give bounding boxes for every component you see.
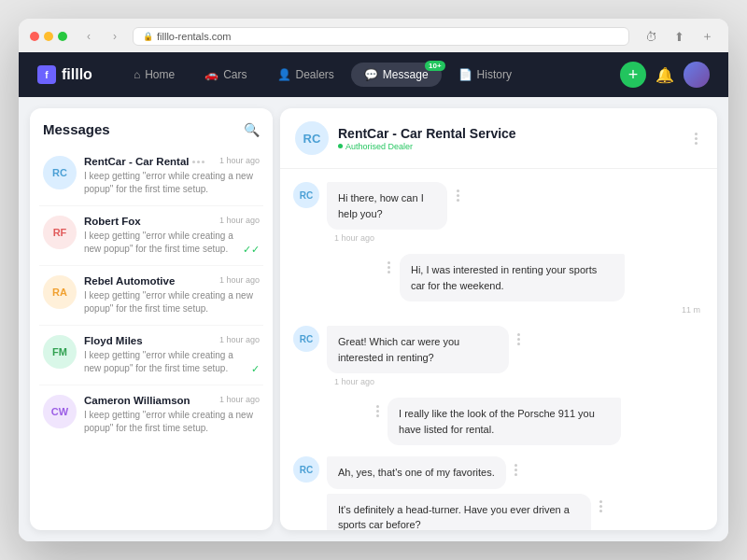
- share-icon[interactable]: ⬆: [669, 26, 689, 47]
- avatar: RC: [43, 156, 77, 189]
- sender-avatar: RC: [293, 456, 319, 483]
- messages-panel: Messages 🔍 RC RentCar - Car Rental: [30, 108, 273, 530]
- messages-header: Messages 🔍: [30, 108, 273, 147]
- message-time: 1 hour ago: [219, 216, 260, 225]
- avatar: RF: [43, 216, 77, 249]
- nav-label-home: Home: [145, 68, 175, 81]
- app-nav: f filllo ⌂ Home 🚗 Cars 👤 Dealers 💬 Messa…: [19, 52, 728, 97]
- list-item[interactable]: RA Rebel Automotive 1 hour ago I keep ge…: [39, 266, 263, 326]
- plus-icon: +: [628, 65, 639, 85]
- message-time: 1 hour ago: [219, 395, 260, 404]
- maximize-button[interactable]: [58, 32, 67, 41]
- list-item[interactable]: CW Cameron Williamson 1 hour ago I keep …: [39, 385, 263, 444]
- dealers-icon: 👤: [277, 68, 291, 81]
- message-preview: I keep getting "error while creating a n…: [84, 409, 260, 435]
- message-options[interactable]: [510, 456, 523, 483]
- contact-name: RentCar - Car Rental: [84, 156, 189, 167]
- message-content: Floyd Miles 1 hour ago I keep getting "e…: [84, 335, 260, 375]
- message-time: 1 hour ago: [293, 233, 704, 243]
- message-group-2: Hi, I was interested in renting your spo…: [293, 254, 704, 315]
- nav-item-history[interactable]: 📄 History: [445, 63, 525, 87]
- message-group-1: RC Hi there, how can I help you? 1 hour …: [293, 182, 704, 243]
- message-content: Cameron Williamson 1 hour ago I keep get…: [84, 395, 260, 435]
- search-icon[interactable]: 🔍: [244, 122, 260, 137]
- message-options[interactable]: [595, 494, 608, 520]
- chat-message-row: I really like the look of the Porsche 91…: [293, 398, 704, 445]
- back-button[interactable]: ‹: [78, 26, 99, 47]
- options-dots: [192, 161, 204, 163]
- browser-navigation: ‹ ›: [78, 26, 125, 47]
- chat-bubble: Great! Which car were you interested in …: [327, 326, 509, 373]
- user-avatar[interactable]: [684, 62, 710, 88]
- nav-item-cars[interactable]: 🚗 Cars: [191, 63, 260, 87]
- message-options[interactable]: [371, 398, 384, 424]
- avatar: FM: [43, 335, 77, 369]
- url-text: filllo-rentals.com: [157, 31, 231, 42]
- address-bar[interactable]: 🔒 filllo-rentals.com: [133, 27, 629, 46]
- chat-bubble: I really like the look of the Porsche 91…: [388, 398, 621, 445]
- message-time: 11 m: [680, 305, 704, 315]
- chat-message-row: RC Great! Which car were you interested …: [293, 326, 704, 373]
- contact-name: Floyd Miles: [84, 335, 143, 346]
- close-button[interactable]: [30, 32, 39, 41]
- forward-button[interactable]: ›: [105, 26, 125, 47]
- chat-bubble: Hi there, how can I help you?: [327, 182, 447, 230]
- message-group-3: RC Great! Which car were you interested …: [293, 326, 704, 386]
- badge-dot: [338, 144, 343, 148]
- message-icon: 💬: [364, 68, 378, 81]
- badge-label: Authorised Dealer: [345, 142, 413, 151]
- message-preview: I keep getting "error while creating a n…: [84, 230, 239, 256]
- message-time: 1 hour ago: [219, 335, 260, 344]
- message-preview: I keep getting "error while creating a n…: [84, 289, 260, 315]
- sender-avatar: RC: [293, 182, 319, 208]
- chat-panel: RC RentCar - Car Rental Service Authoris…: [280, 108, 717, 530]
- nav-item-message[interactable]: 💬 Message 10+: [351, 63, 442, 87]
- avatar: CW: [43, 395, 77, 428]
- minimize-button[interactable]: [44, 32, 53, 41]
- nav-right: + 🔔: [620, 62, 710, 88]
- nav-label-history: History: [477, 68, 512, 81]
- nav-label-message: Message: [383, 68, 429, 81]
- message-time: 1 hour ago: [219, 156, 260, 165]
- browser-chrome: ‹ › 🔒 filllo-rentals.com ⏱ ⬆ ＋: [19, 19, 728, 52]
- message-options[interactable]: [513, 326, 526, 352]
- chat-badge: Authorised Dealer: [338, 142, 680, 151]
- chat-message-row: RC Ah, yes, that's one of my favorites. …: [293, 456, 704, 530]
- message-content: RentCar - Car Rental 1 hour ago I keep g…: [84, 156, 260, 196]
- sender-avatar: RC: [293, 326, 319, 352]
- nav-label-dealers: Dealers: [296, 68, 334, 81]
- history-icon: 📄: [458, 68, 472, 81]
- message-preview: I keep getting "error while creating a n…: [84, 170, 260, 196]
- nav-item-dealers[interactable]: 👤 Dealers: [264, 63, 347, 87]
- main-content: Messages 🔍 RC RentCar - Car Rental: [19, 97, 728, 541]
- traffic-lights: [30, 32, 67, 41]
- list-item[interactable]: RC RentCar - Car Rental 1 hour ago: [39, 147, 263, 206]
- message-group-5: RC Ah, yes, that's one of my favorites. …: [293, 456, 704, 530]
- time-icon[interactable]: ⏱: [641, 26, 661, 47]
- app-logo[interactable]: f filllo: [37, 65, 92, 84]
- message-list: RC RentCar - Car Rental 1 hour ago: [30, 147, 273, 530]
- message-options[interactable]: [451, 182, 464, 208]
- chat-header: RC RentCar - Car Rental Service Authoris…: [280, 108, 717, 169]
- message-options[interactable]: [383, 254, 396, 280]
- new-tab-icon[interactable]: ＋: [697, 26, 717, 47]
- logo-icon: f: [37, 65, 56, 84]
- nav-label-cars: Cars: [223, 68, 247, 81]
- list-item[interactable]: RF Robert Fox 1 hour ago I keep getting …: [39, 206, 263, 266]
- message-time: 1 hour ago: [293, 377, 704, 386]
- messages-title: Messages: [43, 121, 110, 137]
- chat-bubble: Ah, yes, that's one of my favorites.: [327, 456, 506, 489]
- add-button[interactable]: +: [620, 62, 646, 88]
- app-name: filllo: [62, 66, 92, 83]
- chat-options-button[interactable]: [689, 125, 702, 151]
- message-content: Robert Fox 1 hour ago I keep getting "er…: [84, 216, 260, 256]
- nav-item-home[interactable]: ⌂ Home: [120, 63, 188, 87]
- message-content: Rebel Automotive 1 hour ago I keep getti…: [84, 275, 260, 315]
- chat-contact-name: RentCar - Car Rental Service: [338, 126, 680, 141]
- notification-bell[interactable]: 🔔: [655, 66, 674, 84]
- contact-name: Cameron Williamson: [84, 395, 190, 406]
- message-badge: 10+: [425, 61, 445, 71]
- list-item[interactable]: FM Floyd Miles 1 hour ago I keep getting…: [39, 326, 263, 385]
- contact-name: Rebel Automotive: [84, 275, 175, 287]
- avatar: RA: [43, 275, 77, 309]
